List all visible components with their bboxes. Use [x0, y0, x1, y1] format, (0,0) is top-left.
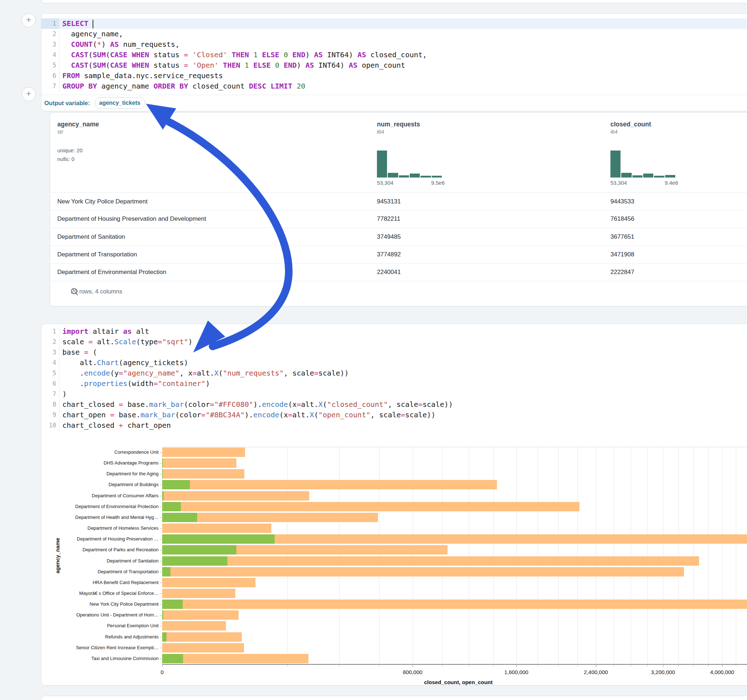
bar-open_count [162, 632, 166, 642]
y-axis-tick [160, 463, 162, 463]
code-line[interactable]: 6FROM sample_data.nyc.service_requests [41, 71, 747, 81]
gridline [469, 447, 469, 664]
sql-cell-card: 1⌄SELECT 2 agency_name,3 COUNT(*) AS num… [41, 13, 747, 111]
line-number: 5 [41, 60, 59, 71]
gridline [647, 447, 647, 664]
code-line[interactable]: 4 CAST(SUM(CASE WHEN status = 'Closed' T… [41, 50, 747, 60]
y-axis-label: New York City Police Department [90, 601, 159, 607]
y-axis-tick [160, 648, 162, 648]
gridline [558, 447, 558, 664]
bar-open_count [162, 599, 183, 609]
bar-open_count [162, 567, 171, 576]
output-variable-label: Output variable: [44, 100, 90, 107]
table-cell: 3774892 [377, 246, 401, 263]
gridline [379, 447, 380, 664]
x-axis-tick-label: 3,200,000 [651, 669, 675, 675]
code-text: GROUP BY agency_name ORDER BY closed_cou… [59, 81, 305, 92]
code-line[interactable]: 2 agency_name, [41, 29, 747, 39]
y-axis-label: Department of Parks and Recreation [83, 547, 159, 552]
bar-closed_count [162, 502, 579, 511]
x-axis-minor-tick [493, 664, 494, 666]
table-footer[interactable]: 20 rows, 4 columns [50, 281, 747, 303]
bar-closed_count [162, 610, 239, 620]
code-text: COUNT(*) AS num_requests, [59, 39, 180, 50]
y-axis-label: Department of Sanitation [107, 558, 159, 564]
bar-closed_count [162, 589, 235, 598]
bar-open_count [162, 610, 163, 620]
bar-open_count [162, 491, 163, 501]
add-cell-button-mid[interactable]: + [22, 87, 36, 101]
bar-closed_count [162, 480, 497, 489]
code-text: FROM sample_data.nyc.service_requests [59, 71, 223, 81]
x-axis-minor-tick [558, 664, 558, 666]
y-axis-tick [160, 496, 162, 496]
bar-open_count [162, 534, 275, 544]
column-title[interactable]: closed_count [611, 121, 651, 128]
bar-closed_count [162, 643, 244, 652]
y-axis-tick [160, 528, 162, 529]
next-cell-card [41, 695, 747, 700]
y-axis-label: Senior Citizen Rent Increase Exempti… [76, 645, 159, 650]
sql-cell-footer: Output variable: agency_tickets [41, 95, 747, 111]
y-axis-tick [160, 550, 162, 550]
x-axis-minor-tick [614, 664, 614, 666]
x-axis-minor-tick [379, 664, 380, 666]
code-text: CAST(SUM(CASE WHEN status = 'Open' THEN … [59, 60, 405, 71]
table-row[interactable]: Department of Housing Preservation and D… [50, 210, 747, 228]
table-cell: 3471908 [611, 246, 634, 263]
gridline [339, 447, 339, 664]
y-axis-label: Department of Buildings [109, 482, 159, 487]
gridline [493, 447, 494, 664]
histogram-range: 53,3049.4e6 [611, 180, 678, 186]
previous-cell-card [41, 0, 747, 3]
y-axis-tick [160, 626, 162, 626]
bar-open_count [162, 459, 163, 468]
code-line[interactable]: 7GROUP BY agency_name ORDER BY closed_co… [41, 81, 747, 92]
gridline [577, 447, 578, 664]
code-line[interactable]: 5 CAST(SUM(CASE WHEN status = 'Open' THE… [41, 60, 747, 71]
table-row-count: 20 rows, 4 columns [71, 288, 122, 295]
x-axis-tick [516, 664, 517, 667]
table-cell: 3677651 [611, 228, 634, 246]
line-number: 2 [41, 29, 59, 39]
table-row[interactable]: New York City Police Department945313194… [50, 192, 747, 211]
altair-chart: Correspondence UnitDHS Advantage Program… [41, 324, 747, 685]
table-cell: 3749485 [377, 228, 401, 246]
table-row[interactable]: Department of Transportation377489234719… [50, 246, 747, 264]
x-axis-tick-label: 4,000,000 [710, 669, 734, 675]
code-text: agency_name, [59, 29, 123, 39]
y-axis-label: Department of Health and Mental Hyg… [75, 514, 159, 520]
x-axis-minor-tick [538, 664, 538, 666]
table-row[interactable]: Department of Environmental Protection22… [50, 263, 747, 281]
code-line[interactable]: 1⌄SELECT [41, 18, 747, 29]
column-histogram [611, 149, 675, 178]
line-number: 3 [41, 39, 59, 50]
x-axis-minor-tick [631, 664, 631, 666]
bar-open_count [162, 502, 181, 511]
code-line[interactable]: 3 COUNT(*) AS num_requests, [41, 39, 747, 50]
table-cell: Department of Transportation [57, 246, 137, 263]
y-axis-tick [160, 507, 162, 507]
x-axis-minor-tick [442, 664, 443, 666]
output-variable-pill[interactable]: agency_tickets [95, 97, 145, 109]
y-axis-label: Department of Transportation [98, 569, 159, 574]
gridline [679, 447, 679, 664]
x-axis-tick-label: 800,000 [403, 669, 422, 675]
bar-closed_count [162, 459, 236, 468]
table-cell: 9453131 [377, 193, 401, 210]
table-cell: Department of Environmental Protection [57, 263, 166, 281]
table-row[interactable]: Department of Sanitation37494853677651 [50, 228, 747, 246]
bar-closed_count [162, 567, 684, 576]
column-title[interactable]: agency_name [57, 121, 99, 128]
x-axis-minor-tick [647, 664, 647, 666]
add-cell-button-top[interactable]: + [22, 13, 36, 27]
table-cell: 7618456 [611, 210, 634, 228]
table-cell: 9443533 [611, 193, 634, 210]
column-title[interactable]: num_requests [377, 121, 420, 128]
x-axis-minor-tick [679, 664, 679, 666]
bar-open_count [162, 469, 163, 478]
column-histogram [377, 149, 442, 178]
sql-editor[interactable]: 1⌄SELECT 2 agency_name,3 COUNT(*) AS num… [41, 18, 747, 94]
y-axis-tick [160, 615, 162, 616]
y-axis-label: Department for the Aging [106, 471, 159, 477]
